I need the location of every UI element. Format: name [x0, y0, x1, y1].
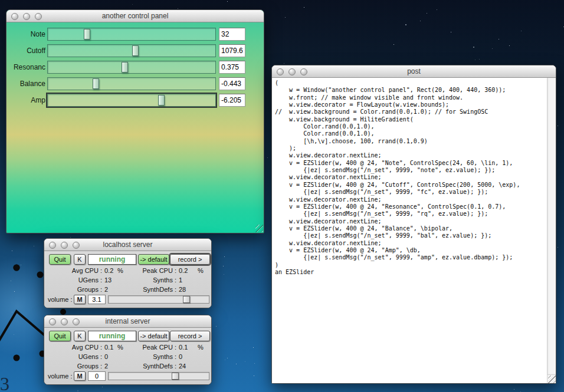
cpu-stats-row: Avg CPU : 0.1 % Peak CPU : 0.1 % — [44, 344, 211, 351]
ez-slider-row-cutoff: Cutoff 1079.6 — [6, 44, 264, 57]
cutoff-value-box[interactable]: 1079.6 — [219, 44, 245, 57]
avg-cpu-value: 0.1 — [104, 344, 113, 351]
localhost-server-window: localhost server Quit K running -> defau… — [44, 238, 212, 308]
close-button[interactable] — [49, 242, 56, 249]
zoom-button[interactable] — [300, 68, 307, 75]
volume-slider-thumb[interactable] — [172, 373, 179, 380]
minimize-button[interactable] — [288, 68, 296, 75]
zoom-button[interactable] — [73, 318, 80, 325]
volume-value-field[interactable]: 0 — [88, 371, 106, 381]
ugen-stats-row: UGens : 0 Synths : 0 — [44, 353, 211, 361]
resize-grip[interactable] — [547, 374, 556, 383]
amp-label: Amp — [6, 94, 45, 107]
volume-slider[interactable] — [108, 295, 209, 304]
ez-slider-row-amp: Amp -6.205 — [6, 94, 264, 107]
volume-slider-thumb[interactable] — [183, 296, 190, 303]
ugen-stats-row: UGens : 13 Synths : 1 — [44, 276, 211, 284]
internal-server-titlebar[interactable]: internal server — [44, 315, 211, 328]
quit-button[interactable]: Quit — [49, 254, 71, 265]
groups-label: Groups : — [45, 363, 102, 370]
avg-cpu-value: 0.2 — [104, 267, 113, 274]
minimize-button[interactable] — [61, 242, 68, 249]
note-label: Note — [6, 28, 45, 41]
mute-button[interactable]: M — [74, 371, 86, 381]
zoom-button[interactable] — [73, 242, 80, 249]
peak-cpu-label: Peak CPU : — [114, 267, 176, 274]
balance-value-box[interactable]: -0.443 — [219, 77, 245, 90]
minimize-button[interactable] — [61, 318, 68, 325]
make-default-button[interactable]: -> default — [138, 331, 169, 341]
peak-cpu-value: 0.1 — [179, 344, 188, 351]
post-window: post ( w = Window("another control panel… — [271, 65, 556, 384]
synthdefs-label: SynthDefs : — [114, 363, 176, 370]
desktop: 3 another control panel Note 32 Cutoff — [0, 0, 564, 392]
amp-value-box[interactable]: -6.205 — [219, 94, 245, 107]
avg-cpu-label: Avg CPU : — [45, 267, 102, 274]
group-stats-row: Groups : 2 SynthDefs : 28 — [44, 286, 211, 294]
window-title: post — [272, 65, 556, 78]
balance-slider[interactable] — [47, 77, 216, 90]
record-button[interactable]: record > — [170, 254, 210, 265]
groups-value: 2 — [104, 286, 108, 293]
localhost-server-content: Quit K running -> default record > Avg C… — [44, 251, 211, 308]
resize-grip[interactable] — [255, 225, 263, 232]
amp-slider-thumb[interactable] — [158, 95, 165, 106]
close-button[interactable] — [49, 318, 56, 325]
window-title: another control panel — [6, 10, 264, 22]
synthdefs-label: SynthDefs : — [114, 286, 176, 293]
close-button[interactable] — [11, 13, 18, 20]
kill-button[interactable]: K — [74, 254, 86, 265]
volume-value-field[interactable]: 3.1 — [88, 295, 106, 304]
balance-label: Balance — [6, 77, 45, 90]
volume-label: volume : — [48, 373, 73, 380]
note-slider[interactable] — [47, 28, 216, 41]
server-status: running — [88, 254, 136, 265]
minimize-button[interactable] — [23, 13, 30, 20]
amp-slider[interactable] — [47, 94, 216, 107]
cutoff-slider-thumb[interactable] — [132, 45, 139, 56]
groups-label: Groups : — [45, 286, 102, 293]
post-titlebar[interactable]: post — [272, 65, 556, 78]
record-button[interactable]: record > — [170, 331, 210, 341]
post-content: ( w = Window("another control panel", Re… — [272, 78, 556, 383]
note-value-box[interactable]: 32 — [219, 28, 245, 41]
ugens-value: 13 — [104, 276, 112, 284]
cpu-stats-row: Avg CPU : 0.2 % Peak CPU : 0.2 % — [44, 267, 211, 275]
cutoff-slider[interactable] — [47, 44, 216, 57]
ez-slider-row-balance: Balance -0.443 — [6, 77, 264, 90]
volume-slider[interactable] — [108, 372, 209, 380]
ez-slider-row-resonance: Resonanc 0.375 — [6, 61, 264, 74]
zoom-button[interactable] — [35, 13, 42, 20]
avg-cpu-label: Avg CPU : — [45, 344, 102, 351]
mute-button[interactable]: M — [74, 295, 86, 304]
kill-button[interactable]: K — [74, 331, 86, 341]
post-output-text[interactable]: ( w = Window("another control panel", Re… — [272, 78, 556, 276]
synthdefs-value: 24 — [179, 363, 186, 370]
cutoff-label: Cutoff — [6, 44, 45, 57]
ez-slider-row-note: Note 32 — [6, 28, 264, 41]
internal-server-window: internal server Quit K running -> defaul… — [44, 315, 212, 385]
localhost-server-titlebar[interactable]: localhost server — [44, 239, 211, 251]
note-slider-thumb[interactable] — [84, 29, 90, 39]
ugens-value: 0 — [104, 353, 108, 360]
make-default-button[interactable]: -> default — [138, 254, 169, 265]
resonance-value-box[interactable]: 0.375 — [219, 61, 245, 74]
quit-button[interactable]: Quit — [49, 331, 71, 341]
control-panel-titlebar[interactable]: another control panel — [6, 10, 264, 22]
groups-value: 2 — [104, 363, 108, 370]
peak-cpu-value: 0.2 — [179, 267, 188, 274]
volume-label: volume : — [48, 296, 73, 303]
volume-row: volume : M 3.1 — [44, 295, 211, 305]
peak-cpu-unit: % — [198, 344, 204, 351]
synthdefs-value: 28 — [179, 286, 186, 293]
peak-cpu-label: Peak CPU : — [114, 344, 176, 351]
synths-label: Synths : — [114, 353, 176, 360]
resonance-slider[interactable] — [47, 61, 216, 74]
vertical-scrollbar[interactable] — [547, 78, 556, 374]
synths-value: 0 — [179, 353, 182, 360]
resonance-slider-thumb[interactable] — [122, 62, 128, 73]
control-panel-content: Note 32 Cutoff 1079.6 Resonanc 0.375 — [6, 22, 264, 233]
balance-slider-thumb[interactable] — [93, 78, 99, 89]
resonance-label: Resonanc — [6, 61, 45, 74]
close-button[interactable] — [277, 68, 284, 75]
